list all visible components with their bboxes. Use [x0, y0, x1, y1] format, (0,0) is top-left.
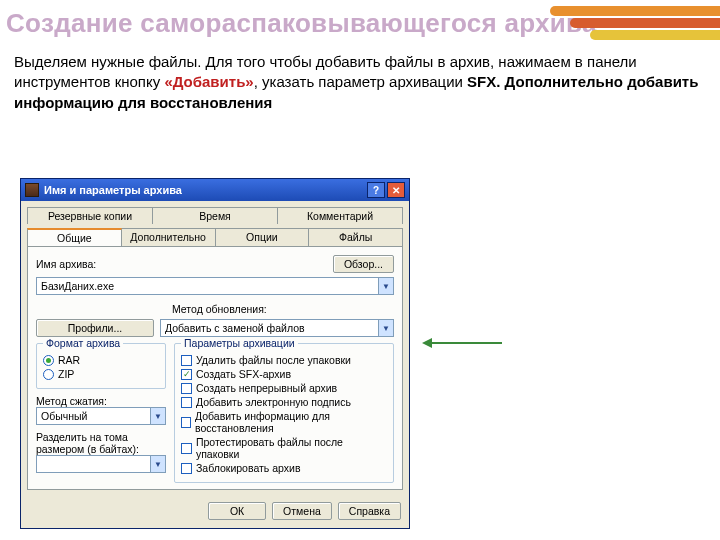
tab-row-front: Общие Дополнительно Опции Файлы: [21, 224, 409, 246]
cancel-button[interactable]: Отмена: [272, 502, 332, 520]
check-test[interactable]: Протестировать файлы после упаковки: [181, 436, 387, 460]
check-delete-after-label: Удалить файлы после упаковки: [196, 354, 351, 366]
archive-name-input[interactable]: БазиДаних.exe ▼: [36, 277, 394, 295]
tab-backups[interactable]: Резервные копии: [27, 207, 153, 224]
instruction-mid: , указать параметр архивации: [254, 73, 467, 90]
format-group: Формат архива RAR ZIP: [36, 343, 166, 389]
check-create-sfx[interactable]: Создать SFX-архив: [181, 368, 387, 380]
app-icon: [25, 183, 39, 197]
chevron-down-icon[interactable]: ▼: [150, 408, 165, 424]
params-legend: Параметры архивации: [181, 337, 298, 349]
tab-files[interactable]: Файлы: [308, 228, 403, 246]
browse-button[interactable]: Обзор...: [333, 255, 394, 273]
svg-marker-1: [422, 338, 432, 348]
update-method-value: Добавить с заменой файлов: [165, 322, 305, 334]
check-lock[interactable]: Заблокировать архив: [181, 462, 387, 474]
tab-panel-general: Имя архива: Обзор... БазиДаних.exe ▼ Мет…: [27, 246, 403, 490]
titlebar[interactable]: Имя и параметры архива ? ✕: [21, 179, 409, 201]
archive-dialog: Имя и параметры архива ? ✕ Резервные коп…: [20, 178, 410, 529]
compress-select[interactable]: Обычный ▼: [36, 407, 166, 425]
compress-value: Обычный: [41, 410, 87, 422]
ok-button[interactable]: ОК: [208, 502, 266, 520]
help-button[interactable]: ?: [367, 182, 385, 198]
tab-options[interactable]: Опции: [215, 228, 310, 246]
format-legend: Формат архива: [43, 337, 123, 349]
tab-comment[interactable]: Комментарий: [277, 207, 403, 224]
annotation-arrow: [422, 335, 502, 347]
instruction-text: Выделяем нужные файлы. Для того чтобы до…: [14, 52, 706, 113]
check-recovery[interactable]: Добавить информацию для восстановления: [181, 410, 387, 434]
split-input[interactable]: ▼: [36, 455, 166, 473]
split-label-b: размером (в байтах):: [36, 443, 166, 455]
split-label-a: Разделить на тома: [36, 431, 166, 443]
radio-zip[interactable]: ZIP: [43, 368, 159, 380]
check-sign-label: Добавить электронную подпись: [196, 396, 351, 408]
compress-label: Метод сжатия:: [36, 395, 166, 407]
update-method-label: Метод обновления:: [172, 303, 267, 315]
check-test-label: Протестировать файлы после упаковки: [196, 436, 387, 460]
update-method-select[interactable]: Добавить с заменой файлов ▼: [160, 319, 394, 337]
decor-ribbon: [550, 6, 720, 44]
archive-name-value: БазиДаних.exe: [41, 280, 114, 292]
check-sign[interactable]: Добавить электронную подпись: [181, 396, 387, 408]
dialog-buttons: ОК Отмена Справка: [21, 496, 409, 528]
add-keyword: «Добавить»: [164, 73, 253, 90]
check-create-sfx-label: Создать SFX-архив: [196, 368, 291, 380]
check-delete-after[interactable]: Удалить файлы после упаковки: [181, 354, 387, 366]
radio-rar[interactable]: RAR: [43, 354, 159, 366]
params-group: Параметры архивации Удалить файлы после …: [174, 343, 394, 483]
check-lock-label: Заблокировать архив: [196, 462, 300, 474]
tab-general[interactable]: Общие: [27, 228, 122, 246]
check-solid[interactable]: Создать непрерывный архив: [181, 382, 387, 394]
tab-row-back: Резервные копии Время Комментарий: [21, 203, 409, 224]
tab-time[interactable]: Время: [152, 207, 278, 224]
check-solid-label: Создать непрерывный архив: [196, 382, 337, 394]
radio-zip-label: ZIP: [58, 368, 74, 380]
chevron-down-icon[interactable]: ▼: [150, 456, 165, 472]
archive-name-label: Имя архива:: [36, 258, 327, 270]
help-dialog-button[interactable]: Справка: [338, 502, 401, 520]
slide-title: Создание самораспаковывающегося архива: [6, 8, 597, 39]
radio-rar-label: RAR: [58, 354, 80, 366]
chevron-down-icon[interactable]: ▼: [378, 320, 393, 336]
chevron-down-icon[interactable]: ▼: [378, 278, 393, 294]
profiles-button[interactable]: Профили...: [36, 319, 154, 337]
dialog-title: Имя и параметры архива: [44, 184, 365, 196]
tab-advanced[interactable]: Дополнительно: [121, 228, 216, 246]
check-recovery-label: Добавить информацию для восстановления: [195, 410, 387, 434]
close-button[interactable]: ✕: [387, 182, 405, 198]
